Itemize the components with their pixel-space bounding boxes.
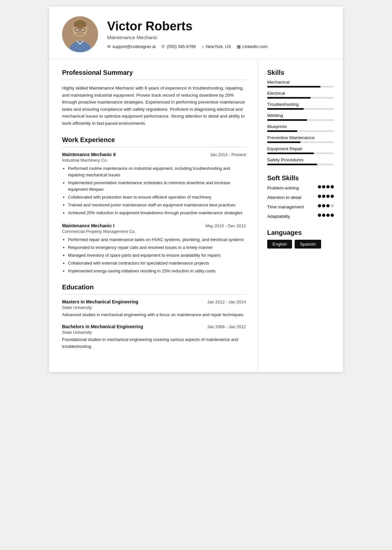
soft-skill-name: Problem-solving — [267, 185, 318, 191]
skill-bar — [267, 86, 334, 88]
job-bullet: Trained and mentored junior maintenance … — [68, 202, 246, 208]
dots-row — [318, 195, 334, 198]
svg-rect-4 — [74, 24, 86, 27]
summary-section: Professional Summary Highly skilled Main… — [62, 69, 246, 127]
dot-filled — [322, 204, 325, 207]
job-bullets: Performed repair and maintenance tasks o… — [62, 236, 246, 275]
summary-text: Highly skilled Maintenance Mechanic with… — [62, 85, 246, 127]
skill-name: Blueprints — [267, 124, 334, 129]
soft-skills-list: Problem-solving Attention to detail Time… — [267, 185, 334, 220]
skill-bar-fill — [267, 108, 304, 110]
jobs-list: Maintenance Mechanic II Jan 2013 - Prese… — [62, 152, 246, 275]
job-bullet: Performed routine maintenance on industr… — [68, 165, 246, 178]
job-bullet: Performed repair and maintenance tasks o… — [68, 236, 246, 243]
email-icon: ✉ — [107, 44, 111, 49]
summary-title: Professional Summary — [62, 69, 246, 76]
skill-bar-fill — [267, 97, 311, 99]
edu-school: State University — [62, 305, 246, 310]
soft-skills-section: Soft Skills Problem-solving Attention to… — [267, 174, 334, 220]
right-column: Skills Mechanical Electrical Troubleshoo… — [258, 59, 343, 372]
edu-header: Bachelors in Mechanical Engineering Jan … — [62, 324, 246, 329]
edu-date: Jan 2012 - Jan 2014 — [207, 299, 246, 304]
edu-desc: Advanced studies in mechanical engineeri… — [62, 312, 246, 318]
contact-text-location: NewYork, US — [206, 44, 231, 49]
dot-filled — [326, 185, 330, 188]
dot-filled — [318, 214, 321, 217]
dots — [318, 214, 334, 217]
job-header: Maintenance Mechanic II Jan 2013 - Prese… — [62, 152, 246, 157]
skill-bar-fill — [267, 119, 307, 121]
dots-row — [318, 204, 334, 207]
soft-skills-title: Soft Skills — [267, 174, 334, 182]
job-title: Maintenance Mechanic II — [62, 152, 116, 157]
dot-filled — [318, 185, 321, 188]
body-layout: Professional Summary Highly skilled Main… — [49, 59, 343, 372]
skill-bar-fill — [267, 164, 317, 165]
skill-name: Mechanical — [267, 80, 334, 85]
skill-bar — [267, 130, 334, 132]
skill-bar — [267, 108, 334, 110]
skills-title: Skills — [267, 69, 334, 76]
languages-title: Languages — [267, 229, 334, 236]
dot-filled — [322, 185, 325, 188]
skill-item: Electrical — [267, 91, 334, 99]
dots-row — [318, 214, 334, 217]
edu-header: Masters in Mechanical Engineering Jan 20… — [62, 299, 246, 304]
soft-skill-name: Adaptability — [267, 214, 318, 220]
work-experience-section: Work Experience Maintenance Mechanic II … — [62, 136, 246, 275]
contact-item-location: ⌂NewYork, US — [202, 44, 231, 49]
edu-desc: Foundational studies in mechanical engin… — [62, 336, 246, 349]
skill-bar-fill — [267, 141, 301, 143]
skills-list: Mechanical Electrical Troubleshooting We… — [267, 80, 334, 165]
skill-name: Equipment Repair — [267, 146, 334, 151]
dot-filled — [326, 204, 330, 207]
dots — [318, 185, 334, 188]
skill-item: Preventive Maintenance — [267, 135, 334, 143]
header-info: Victor Roberts Maintenance Mechanic ✉sup… — [107, 20, 330, 49]
languages-section: Languages EnglishSpanish — [267, 229, 334, 249]
edu-date: Jan 2008 - Jan 2012 — [207, 324, 246, 329]
dot-filled — [318, 204, 321, 207]
skill-name: Preventive Maintenance — [267, 135, 334, 140]
job-bullet: Collaborated with external contractors f… — [68, 260, 246, 267]
skill-item: Welding — [267, 113, 334, 121]
dot-filled — [331, 214, 334, 217]
dots — [318, 195, 334, 198]
location-icon: ⌂ — [202, 44, 204, 49]
dot-filled — [331, 195, 334, 198]
edu-degree: Bachelors in Mechanical Engineering — [62, 324, 143, 329]
education-title: Education — [62, 283, 246, 291]
dots-row — [318, 185, 334, 188]
contact-list: ✉support@cvdesigner.ai✆(555) 345-6789⌂Ne… — [107, 44, 330, 49]
dot-filled — [318, 195, 321, 198]
job-title: Maintenance Mechanic I — [62, 223, 114, 228]
left-column: Professional Summary Highly skilled Main… — [49, 59, 258, 372]
job-bullet: Achieved 20% reduction in equipment brea… — [68, 210, 246, 216]
dot-filled — [326, 195, 330, 198]
skill-bar-fill — [267, 86, 320, 88]
skill-name: Troubleshooting — [267, 102, 334, 107]
skill-item: Equipment Repair — [267, 146, 334, 154]
job-company: Commercial Property Management Co. — [62, 229, 246, 234]
skill-bar-fill — [267, 130, 297, 132]
resume-container: Victor Roberts Maintenance Mechanic ✉sup… — [49, 7, 343, 372]
education-list: Masters in Mechanical Engineering Jan 20… — [62, 299, 246, 349]
avatar — [62, 16, 98, 52]
skill-item: Troubleshooting — [267, 102, 334, 110]
education-item: Bachelors in Mechanical Engineering Jan … — [62, 324, 246, 349]
svg-point-10 — [75, 32, 85, 36]
candidate-title: Maintenance Mechanic — [107, 35, 330, 40]
soft-skill-item: Adaptability — [267, 214, 334, 220]
linkedin-icon: ▦ — [237, 44, 241, 49]
dot-filled — [322, 195, 325, 198]
job-bullet: Implemented preventative maintenance sch… — [68, 180, 246, 193]
contact-item-email: ✉support@cvdesigner.ai — [107, 44, 155, 49]
dot-filled — [322, 214, 325, 217]
language-badge: Spanish — [295, 240, 321, 249]
skill-bar-fill — [267, 153, 314, 154]
education-divider — [62, 294, 246, 295]
contact-text-linkedin: LinkedIn.com — [242, 44, 268, 49]
skill-item: Safety Procedures — [267, 157, 334, 165]
skill-item: Mechanical — [267, 80, 334, 88]
dots — [318, 204, 334, 207]
